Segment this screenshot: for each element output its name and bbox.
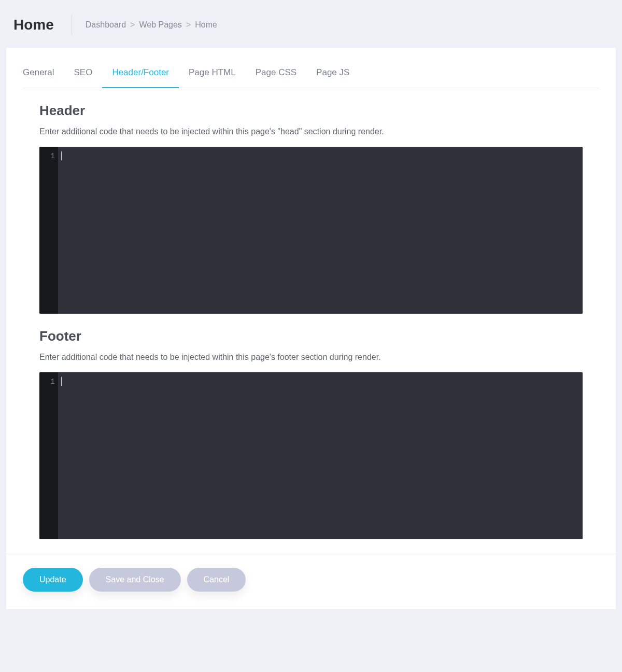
footer-section-title: Footer [39, 328, 583, 344]
editor-caret [61, 377, 62, 386]
content-card: General SEO Header/Footer Page HTML Page… [6, 48, 616, 554]
footer-gutter-line-1: 1 [39, 377, 55, 386]
breadcrumb-separator: > [186, 20, 191, 30]
breadcrumb: Dashboard > Web Pages > Home [86, 20, 217, 30]
section-spacer [23, 539, 599, 554]
page-header: Home Dashboard > Web Pages > Home [0, 0, 622, 48]
title-divider [72, 15, 72, 35]
header-section-title: Header [39, 103, 583, 119]
tab-page-css[interactable]: Page CSS [246, 60, 306, 88]
breadcrumb-item-dashboard[interactable]: Dashboard [86, 20, 126, 30]
footer-code-editor: 1 [39, 372, 583, 539]
header-section-desc: Enter additional code that needs to be i… [39, 127, 583, 136]
header-editor-input[interactable] [58, 147, 583, 314]
footer-editor-input[interactable] [58, 372, 583, 539]
tabs: General SEO Header/Footer Page HTML Page… [23, 60, 599, 88]
header-gutter-line-1: 1 [39, 152, 55, 160]
header-code-editor: 1 [39, 147, 583, 314]
editor-caret [61, 151, 62, 160]
footer-section: Footer Enter additional code that needs … [23, 314, 599, 539]
page-title: Home [13, 17, 54, 33]
action-bar: Update Save and Close Cancel [6, 554, 616, 609]
footer-editor-gutter: 1 [39, 372, 58, 539]
breadcrumb-item-home[interactable]: Home [195, 20, 217, 30]
breadcrumb-separator: > [130, 20, 135, 30]
cancel-button[interactable]: Cancel [187, 568, 246, 592]
header-section: Header Enter additional code that needs … [23, 88, 599, 314]
tab-page-js[interactable]: Page JS [306, 60, 359, 88]
tab-general[interactable]: General [23, 60, 64, 88]
update-button[interactable]: Update [23, 568, 83, 592]
tab-header-footer[interactable]: Header/Footer [102, 60, 179, 88]
tab-seo[interactable]: SEO [64, 60, 102, 88]
breadcrumb-item-web-pages[interactable]: Web Pages [139, 20, 181, 30]
footer-section-desc: Enter additional code that needs to be i… [39, 353, 583, 362]
tab-page-html[interactable]: Page HTML [179, 60, 246, 88]
header-editor-gutter: 1 [39, 147, 58, 314]
save-close-button[interactable]: Save and Close [89, 568, 181, 592]
